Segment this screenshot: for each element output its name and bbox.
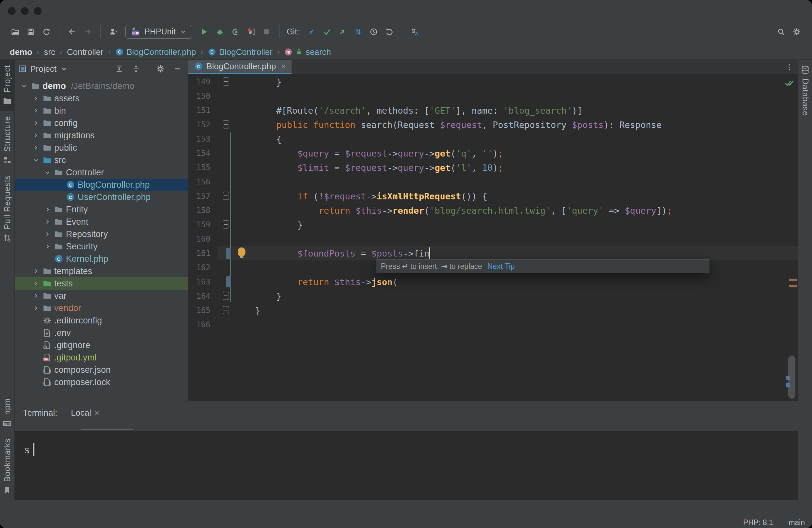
terminal-tab-local[interactable]: Local × [71, 406, 99, 418]
maximize-window-button[interactable] [34, 7, 42, 15]
code-line-151[interactable]: 151 #[Route('/search', methods: ['GET'],… [188, 103, 798, 117]
git-push-button[interactable] [336, 25, 349, 39]
code-line-155[interactable]: 155 $limit = $request->query->get('l', 1… [188, 160, 798, 175]
back-button[interactable] [65, 25, 79, 39]
close-tab-icon[interactable]: × [281, 62, 286, 71]
chevron-down-icon[interactable] [60, 65, 68, 73]
tree-row-composer-lock[interactable]: {..}composer.lock [15, 376, 188, 388]
fold-marker-icon[interactable] [223, 220, 229, 229]
chevron-right-icon[interactable] [43, 230, 52, 238]
tree-row-bin[interactable]: bin [15, 104, 188, 117]
terminal-input-line[interactable]: $ [24, 442, 798, 458]
inspections-ok-icon[interactable] [784, 78, 794, 88]
chevron-right-icon[interactable] [31, 280, 40, 287]
close-terminal-tab-icon[interactable]: × [95, 408, 99, 418]
code-line-152[interactable]: 152 public function search(Request $requ… [188, 117, 798, 132]
tree-row--env[interactable]: .env [15, 327, 188, 339]
tree-row-usercontroller-php[interactable]: CUserController.php [15, 191, 188, 203]
tree-row-security[interactable]: Security [15, 240, 188, 253]
toolwindow-button-database[interactable]: Database [798, 60, 812, 121]
code-line-157[interactable]: 157 if (!$request->isXmlHttpRequest()) { [188, 189, 798, 203]
fold-marker-icon[interactable] [223, 77, 229, 86]
fold-marker-icon[interactable] [223, 191, 229, 200]
save-button[interactable] [24, 25, 38, 39]
git-rollback-button[interactable] [382, 25, 396, 39]
run-button[interactable] [198, 25, 211, 39]
stripe-changed-mark[interactable] [788, 285, 797, 287]
fold-marker-icon[interactable] [223, 306, 229, 314]
tree-row-demo[interactable]: demo/JetBrains/demo [15, 80, 188, 92]
toolwindow-button-structure[interactable]: Structure [0, 111, 14, 170]
tree-row-blogcontroller-php[interactable]: CBlogController.php [15, 179, 188, 191]
code-line-166[interactable]: 166 [188, 317, 798, 332]
next-tip-link[interactable]: Next Tip [487, 262, 514, 271]
tree-row--editorconfig[interactable]: .editorconfig [15, 314, 188, 327]
chevron-right-icon[interactable] [31, 292, 40, 300]
tree-row-migrations[interactable]: migrations [15, 129, 188, 142]
panel-settings-icon[interactable] [154, 62, 167, 76]
code-editor[interactable]: 149 }150151 #[Route('/search', methods: … [188, 75, 798, 401]
terminal-output[interactable]: $ [15, 431, 798, 458]
code-line-149[interactable]: 149 } [188, 75, 798, 89]
tree-row-controller[interactable]: Controller [15, 166, 188, 179]
stripe-changed-mark[interactable] [786, 383, 789, 387]
code-line-156[interactable]: 156 [188, 175, 798, 189]
breadcrumb-item[interactable]: CBlogController [208, 47, 273, 57]
stop-button[interactable] [260, 25, 273, 39]
toolwindow-button-npm[interactable]: npmnpm [0, 393, 14, 433]
code-line-153[interactable]: 153 { [188, 132, 798, 146]
chevron-right-icon[interactable] [31, 131, 40, 139]
debug-button[interactable] [213, 25, 227, 39]
breadcrumb-item[interactable]: CBlogController.php [115, 47, 196, 57]
tree-row-entity[interactable]: Entity [15, 203, 188, 216]
code-line-161[interactable]: 161 $foundPosts = $posts->fin [188, 246, 798, 260]
new-terminal-icon[interactable] [106, 406, 119, 419]
coverage-button[interactable] [229, 25, 242, 39]
breadcrumb-item[interactable]: demo [10, 47, 32, 57]
minimize-window-button[interactable] [21, 7, 29, 15]
tree-row-assets[interactable]: assets [15, 92, 188, 104]
chevron-right-icon[interactable] [43, 243, 52, 251]
chevron-down-icon[interactable] [43, 169, 52, 176]
toolwindow-button-project[interactable]: Project [0, 60, 14, 111]
forward-button[interactable] [81, 25, 95, 39]
fold-marker-icon[interactable] [223, 291, 229, 300]
breadcrumb-item[interactable]: Controller [67, 47, 104, 57]
chevron-right-icon[interactable] [31, 95, 40, 102]
settings-button[interactable] [790, 25, 803, 39]
php-version-label[interactable]: PHP: 8.1 [743, 518, 773, 527]
tree-row-templates[interactable]: templates [15, 265, 188, 277]
chevron-right-icon[interactable] [31, 304, 40, 312]
code-line-163[interactable]: 163 return $this->json( [188, 275, 798, 289]
git-update-button[interactable] [305, 25, 318, 39]
translate-button[interactable]: A [408, 25, 422, 39]
stripe-changed-mark[interactable] [786, 376, 789, 380]
chevron-down-icon[interactable] [20, 82, 28, 90]
code-line-150[interactable]: 150 [188, 89, 798, 103]
code-line-158[interactable]: 158 return $this->render('blog/search.ht… [188, 203, 798, 217]
locate-file-icon[interactable] [112, 62, 126, 76]
chevron-right-icon[interactable] [43, 218, 52, 226]
terminal-dropdown-icon[interactable] [126, 406, 140, 419]
hide-panel-icon[interactable] [171, 62, 184, 76]
run-configuration-select[interactable]: PHPPHPUnit [125, 25, 192, 39]
breadcrumb-item[interactable]: src [44, 47, 55, 57]
tree-row-src[interactable]: src [15, 154, 188, 166]
collapse-all-icon[interactable] [129, 62, 143, 76]
chevron-right-icon[interactable] [31, 107, 40, 115]
tree-row-event[interactable]: Event [15, 216, 188, 228]
tree-row-var[interactable]: var [15, 290, 188, 302]
git-history-button[interactable] [367, 25, 380, 39]
chevron-right-icon[interactable] [43, 205, 52, 213]
close-window-button[interactable] [8, 7, 16, 15]
tree-row-kernel-php[interactable]: CKernel.php [15, 253, 188, 265]
code-line-165[interactable]: 165} [188, 303, 798, 317]
git-fetch-button[interactable] [351, 25, 365, 39]
breadcrumb-item[interactable]: msearch [284, 47, 331, 57]
toolwindow-button-pull-requests[interactable]: Pull Requests [0, 170, 14, 247]
stripe-changed-mark[interactable] [788, 279, 797, 281]
chevron-right-icon[interactable] [31, 119, 40, 127]
chevron-down-icon[interactable] [31, 156, 40, 164]
search-button[interactable] [774, 25, 788, 39]
fold-marker-icon[interactable] [223, 120, 229, 129]
